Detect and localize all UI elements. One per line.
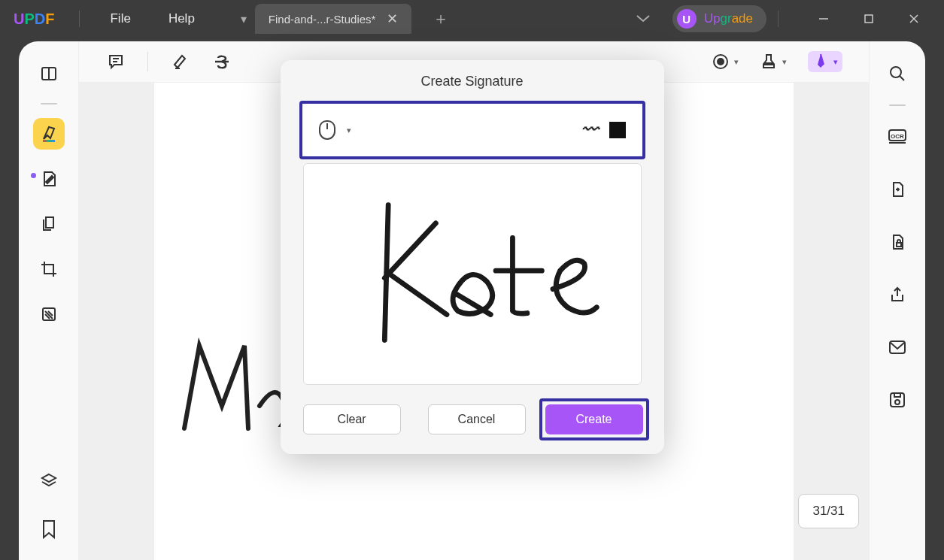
svg-point-15 [895,400,900,404]
edit-tool-icon[interactable] [33,163,65,195]
close-icon[interactable]: ✕ [387,11,398,27]
upgrade-badge: U [677,9,697,29]
stroke-style-icon[interactable]: 〰 [581,120,598,140]
caret-down-icon: ▾ [833,57,838,67]
reader-mode-icon[interactable] [33,58,65,89]
upgrade-label: Upgrade [704,11,753,26]
svg-rect-8 [763,65,774,68]
caret-down-icon[interactable]: ▾ [347,126,351,135]
separator [79,11,80,27]
comment-tool-icon[interactable] [105,51,126,72]
organize-pages-icon[interactable] [33,208,65,240]
minimize-button[interactable] [812,8,835,30]
shape-color-tool[interactable]: ▾ [712,53,739,71]
signature-tool[interactable]: ▾ [808,51,842,72]
window-controls [812,8,925,30]
left-sidebar [19,41,79,560]
create-signature-dialog: Create Signature ▾ 〰 Clear Cancel [281,60,664,454]
tab-dropdown-icon[interactable]: ▾ [232,8,255,30]
svg-rect-13 [890,341,905,353]
signature-toolbar-highlight: ▾ 〰 [299,101,645,159]
mouse-input-icon[interactable] [319,120,335,140]
separator [778,11,779,27]
tab-title: Find-and-...r-Studies* [269,13,376,26]
svg-rect-16 [894,393,900,397]
create-button[interactable]: Create [545,404,643,434]
svg-rect-3 [43,140,55,142]
highlighter-icon[interactable] [169,51,190,72]
caret-down-icon: ▾ [782,57,787,67]
signature-canvas[interactable] [303,163,642,385]
menu-help[interactable]: Help [150,11,214,26]
document-tab[interactable]: Find-and-...r-Studies* ✕ [255,4,412,34]
svg-point-9 [891,67,901,77]
separator [41,103,57,104]
redact-tool-icon[interactable] [33,298,65,330]
bookmark-icon[interactable] [33,513,65,545]
signature-drawing [341,195,604,353]
save-icon[interactable] [882,384,913,416]
protect-icon[interactable] [882,226,913,258]
new-tab-button[interactable]: ＋ [433,8,449,30]
color-swatch[interactable] [609,122,626,138]
app-logo: UPDF [14,11,54,28]
create-button-highlight: Create [539,398,649,440]
signature-toolbar: ▾ 〰 [302,104,642,156]
chevron-down-icon[interactable] [636,15,650,23]
crop-tool-icon[interactable] [33,253,65,285]
stamp-tool[interactable]: ▾ [760,53,787,71]
page-indicator: 31/31 [798,494,859,528]
svg-rect-1 [865,15,873,23]
maximize-button[interactable] [857,8,880,30]
email-icon[interactable] [882,331,913,363]
share-icon[interactable] [882,279,913,310]
convert-icon[interactable] [882,174,913,205]
close-window-button[interactable] [903,8,925,30]
separator [147,52,148,71]
menu-file[interactable]: File [91,11,149,26]
ocr-icon[interactable]: OCR [882,121,913,153]
highlight-tool-icon[interactable] [33,118,65,150]
dialog-title: Create Signature [281,60,664,101]
svg-text:OCR: OCR [891,133,904,140]
search-icon[interactable] [882,58,913,89]
svg-rect-12 [897,243,901,247]
strikethrough-icon[interactable] [211,51,232,72]
right-sidebar: OCR [869,41,925,560]
separator [889,104,906,106]
caret-down-icon: ▾ [734,57,739,67]
dialog-buttons: Clear Cancel Create [281,398,664,440]
svg-point-7 [718,59,724,65]
cancel-button[interactable]: Cancel [428,404,526,434]
layers-icon[interactable] [33,465,65,497]
tab-area: ▾ Find-and-...r-Studies* ✕ ＋ [232,4,450,34]
upgrade-button[interactable]: U Upgrade [672,5,766,32]
titlebar: UPDF File Help ▾ Find-and-...r-Studies* … [0,0,944,38]
clear-button[interactable]: Clear [303,404,401,434]
active-indicator-dot [31,173,36,178]
